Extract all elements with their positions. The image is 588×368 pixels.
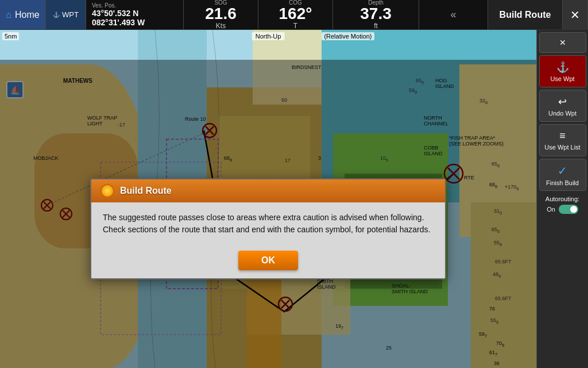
orientation-label: North-Up (252, 32, 285, 40)
dialog-title: Build Route (120, 186, 172, 196)
use-wpt-icon: ⚓ (556, 61, 569, 74)
undo-wpt-label: Undo Wpt (548, 110, 577, 117)
topbar: ⌂ Home ⚓ WPT Ves. Pos. 43°50'.532 N 082°… (0, 0, 588, 30)
home-button[interactable]: ⌂ Home (0, 0, 46, 29)
build-route-dialog: Build Route The suggested route passes c… (90, 178, 446, 279)
build-route-label: Build Route (500, 10, 551, 20)
depth-value: 37.3 (360, 6, 392, 22)
use-wpt-label: Use Wpt (550, 75, 574, 82)
use-wpt-list-button[interactable]: ≡ Use Wpt List (539, 124, 586, 156)
use-wpt-button[interactable]: ⚓ Use Wpt (539, 55, 586, 87)
dialog-body: The suggested route passes close to area… (91, 202, 445, 245)
sidebar-close-icon: ✕ (559, 38, 566, 47)
autorouting-state: On (547, 206, 555, 213)
home-icon: ⌂ (6, 10, 11, 20)
scale-value: 5nm (5, 33, 17, 40)
relative-motion-label: (Relative Motion) (322, 32, 374, 40)
dialog-header: Build Route (91, 179, 445, 202)
cog-display: COG 162° T (258, 0, 333, 29)
close-icon: ✕ (570, 8, 580, 22)
dialog-warning-icon (100, 184, 114, 198)
scale-bar: 5nm (2, 32, 19, 40)
sog-display: SOG 21.6 Kts (184, 0, 258, 29)
home-label: Home (15, 10, 40, 20)
wpt-icon: ⚓ (53, 12, 60, 18)
finish-build-button[interactable]: ✓ Finish Build (539, 159, 586, 191)
depth-display: Depth 37.3 ft (333, 0, 419, 29)
ves-pos-label: Ves. Pos. (92, 2, 116, 9)
sidebar-close-button[interactable]: ✕ (539, 32, 586, 53)
use-wpt-list-icon: ≡ (559, 130, 566, 142)
toggle-thumb (570, 206, 577, 213)
wpt-label: WPT (62, 10, 79, 19)
autorouting-label: Autorouting: (546, 195, 579, 202)
sidebar: ✕ ⚓ Use Wpt ↩ Undo Wpt ≡ Use Wpt List ✓ … (536, 30, 588, 368)
map-area[interactable]: ⛵ 5nm North-Up (Relative Motion) MATHEWS… (0, 30, 536, 368)
close-button[interactable]: ✕ (563, 0, 588, 29)
autorouting-section: Autorouting: On (539, 193, 586, 216)
undo-icon: ↩ (558, 95, 567, 108)
dialog-footer: OK (91, 245, 445, 278)
pos-lat: 43°50'.532 N (92, 9, 138, 18)
ok-button[interactable]: OK (238, 251, 298, 270)
autorouting-toggle[interactable] (559, 205, 578, 214)
dialog-message-line2: Check sections of the route that start a… (103, 225, 430, 234)
finish-build-label: Finish Build (546, 179, 579, 186)
dialog-overlay: Build Route The suggested route passes c… (0, 60, 536, 368)
wpt-button[interactable]: ⚓ WPT (46, 0, 86, 29)
pos-lon: 082°31'.493 W (92, 18, 145, 27)
build-route-title: Build Route (488, 0, 563, 29)
dialog-message-line1: The suggested route passes close to area… (103, 213, 424, 222)
autorouting-toggle-row: On (547, 205, 578, 214)
sog-value: 21.6 (205, 6, 237, 22)
finish-build-check-icon: ✓ (558, 164, 567, 178)
depth-unit: ft (374, 22, 378, 30)
use-wpt-list-label: Use Wpt List (544, 144, 580, 151)
cog-unit: T (293, 22, 297, 30)
topbar-spacer: « (419, 0, 488, 29)
sog-unit: Kts (216, 22, 226, 30)
vessel-position: Ves. Pos. 43°50'.532 N 082°31'.493 W (86, 0, 184, 29)
cog-value: 162° (279, 6, 312, 22)
undo-wpt-button[interactable]: ↩ Undo Wpt (539, 90, 586, 122)
